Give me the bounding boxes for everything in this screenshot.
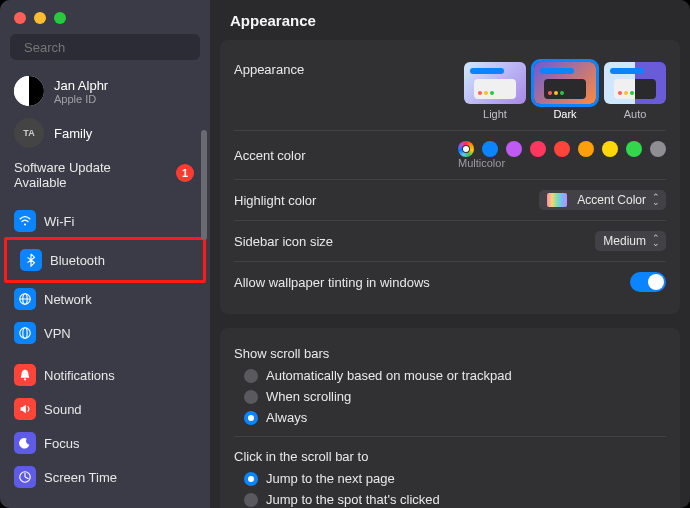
svg-point-2: [24, 223, 26, 225]
radio-label: Jump to the next page: [266, 471, 395, 486]
sidebar-item-bluetooth[interactable]: Bluetooth: [12, 243, 198, 277]
select-value: Accent Color: [577, 193, 646, 207]
window-controls: [0, 0, 210, 30]
sound-icon: [14, 398, 36, 420]
sidebar-item-general[interactable]: General: [6, 502, 204, 508]
accent-pink[interactable]: [530, 141, 546, 157]
appearance-option-light[interactable]: Light: [464, 62, 526, 120]
scroll-panel: Show scroll bars Automatically based on …: [220, 328, 680, 508]
family-icon: TA: [14, 118, 44, 148]
accent-color-row: [458, 141, 666, 157]
appearance-name: Dark: [534, 108, 596, 120]
sidebar-item-vpn[interactable]: VPN: [6, 316, 204, 350]
scrollbars-title: Show scroll bars: [234, 342, 666, 365]
row-label: Highlight color: [234, 193, 316, 208]
appearance-name: Auto: [604, 108, 666, 120]
sidebar-item-label: VPN: [44, 326, 71, 341]
clickbar-title: Click in the scroll bar to: [234, 445, 666, 468]
software-update[interactable]: Software Update Available 1: [6, 154, 204, 196]
accent-green[interactable]: [626, 141, 642, 157]
focus-icon: [14, 432, 36, 454]
sidebar-item-sound[interactable]: Sound: [6, 392, 204, 426]
sidebar-item-network[interactable]: Network: [6, 282, 204, 316]
accent-multicolor[interactable]: [458, 141, 474, 157]
radio-icon: [244, 369, 258, 383]
accent-orange[interactable]: [578, 141, 594, 157]
search-input[interactable]: [10, 34, 200, 60]
sidebar-item-screentime[interactable]: Screen Time: [6, 460, 204, 494]
family-label: Family: [54, 126, 92, 141]
update-badge: 1: [176, 164, 194, 182]
wifi-icon: [14, 210, 36, 232]
sidebar-apple-id[interactable]: Jan Alphr Apple ID: [6, 70, 204, 112]
vpn-icon: [14, 322, 36, 344]
sidebar-item-label: Notifications: [44, 368, 115, 383]
scrollbars-option-auto[interactable]: Automatically based on mouse or trackpad: [234, 365, 666, 386]
radio-icon: [244, 493, 258, 507]
screentime-icon: [14, 466, 36, 488]
notifications-icon: [14, 364, 36, 386]
scrollbars-option-always[interactable]: Always: [234, 407, 666, 428]
minimize-icon[interactable]: [34, 12, 46, 24]
page-title: Appearance: [230, 12, 316, 29]
clickbar-option-spot[interactable]: Jump to the spot that's clicked: [234, 489, 666, 508]
accent-sub: Multicolor: [458, 157, 505, 169]
highlight-annotation: Bluetooth: [4, 237, 206, 283]
radio-label: Always: [266, 410, 307, 425]
accent-yellow[interactable]: [602, 141, 618, 157]
sidebar-item-notifications[interactable]: Notifications: [6, 358, 204, 392]
user-name: Jan Alphr: [54, 78, 108, 93]
user-sub: Apple ID: [54, 93, 108, 105]
sidebar-item-label: Bluetooth: [50, 253, 105, 268]
chevron-updown-icon: ⌃⌄: [652, 195, 660, 205]
accent-blue[interactable]: [482, 141, 498, 157]
radio-label: When scrolling: [266, 389, 351, 404]
appearance-name: Light: [464, 108, 526, 120]
accent-red[interactable]: [554, 141, 570, 157]
appearance-panel: Appearance Light Dark Auto: [220, 40, 680, 314]
row-label: Accent color: [234, 148, 306, 163]
sidebar-iconsize-select[interactable]: Medium ⌃⌄: [595, 231, 666, 251]
row-label: Appearance: [234, 62, 304, 77]
clickbar-option-nextpage[interactable]: Jump to the next page: [234, 468, 666, 489]
bluetooth-icon: [20, 249, 42, 271]
avatar: [14, 76, 44, 106]
appearance-option-auto[interactable]: Auto: [604, 62, 666, 120]
fullscreen-icon[interactable]: [54, 12, 66, 24]
sidebar-item-label: Network: [44, 292, 92, 307]
search-field[interactable]: [24, 40, 192, 55]
accent-purple[interactable]: [506, 141, 522, 157]
sidebar: Jan Alphr Apple ID TA Family Software Up…: [0, 0, 210, 508]
sidebar-item-label: Sound: [44, 402, 82, 417]
sidebar-item-label: Wi-Fi: [44, 214, 74, 229]
auto-thumb: [604, 62, 666, 104]
main-content: Appearance Appearance Light Dark: [210, 0, 690, 508]
update-line2: Available: [14, 175, 196, 190]
titlebar: Appearance: [210, 0, 690, 40]
sidebar-item-wifi[interactable]: Wi-Fi: [6, 204, 204, 238]
highlight-color-select[interactable]: Accent Color ⌃⌄: [539, 190, 666, 210]
close-icon[interactable]: [14, 12, 26, 24]
scrollbars-option-scrolling[interactable]: When scrolling: [234, 386, 666, 407]
appearance-options: Light Dark Auto: [464, 62, 666, 120]
accent-graphite[interactable]: [650, 141, 666, 157]
radio-icon: [244, 411, 258, 425]
sidebar-item-label: Focus: [44, 436, 79, 451]
select-value: Medium: [603, 234, 646, 248]
radio-label: Jump to the spot that's clicked: [266, 492, 440, 507]
settings-window: Jan Alphr Apple ID TA Family Software Up…: [0, 0, 690, 508]
sidebar-family[interactable]: TA Family: [6, 112, 204, 154]
radio-icon: [244, 472, 258, 486]
sidebar-item-label: Screen Time: [44, 470, 117, 485]
radio-icon: [244, 390, 258, 404]
update-line1: Software Update: [14, 160, 196, 175]
network-icon: [14, 288, 36, 310]
svg-point-7: [23, 328, 27, 339]
svg-point-6: [20, 328, 31, 339]
radio-label: Automatically based on mouse or trackpad: [266, 368, 512, 383]
dark-thumb: [534, 62, 596, 104]
appearance-option-dark[interactable]: Dark: [534, 62, 596, 120]
sidebar-item-focus[interactable]: Focus: [6, 426, 204, 460]
svg-point-8: [24, 378, 26, 380]
wallpaper-tinting-toggle[interactable]: [630, 272, 666, 292]
